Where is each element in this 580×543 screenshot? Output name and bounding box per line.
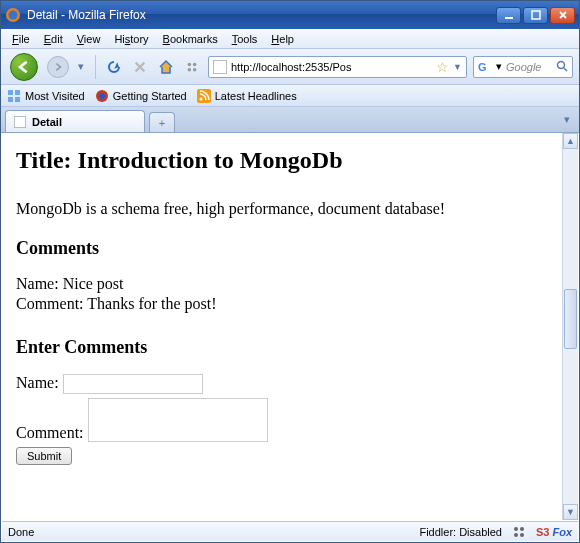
new-tab-button[interactable]: + xyxy=(149,112,175,132)
name-input[interactable] xyxy=(63,374,203,394)
close-button[interactable] xyxy=(550,7,575,24)
vertical-scrollbar[interactable]: ▲ ▼ xyxy=(562,133,578,520)
scroll-up-button[interactable]: ▲ xyxy=(563,133,578,149)
page-body: MongoDb is a schema free, high performan… xyxy=(16,200,548,218)
menu-tools[interactable]: Tools xyxy=(225,31,265,47)
tab-page-icon xyxy=(14,116,26,128)
submit-button[interactable]: Submit xyxy=(16,447,72,465)
menu-file[interactable]: File xyxy=(5,31,37,47)
svg-line-10 xyxy=(564,68,567,71)
addon-status-icon[interactable] xyxy=(512,525,526,539)
maximize-button[interactable] xyxy=(523,7,548,24)
comments-heading: Comments xyxy=(16,238,548,259)
addon-icon[interactable] xyxy=(182,57,202,77)
svg-point-7 xyxy=(193,67,197,71)
svg-point-5 xyxy=(193,62,197,66)
menu-bar: File Edit View History Bookmarks Tools H… xyxy=(1,29,579,49)
status-bar: Done Fiddler: Disabled S3Fox xyxy=(2,521,578,541)
bookmark-latest-headlines[interactable]: Latest Headlines xyxy=(197,89,297,103)
form-comment-label: Comment: xyxy=(16,424,84,442)
s3fox-fox: Fox xyxy=(552,526,572,538)
forward-button[interactable] xyxy=(47,56,69,78)
page-content: Title: Introduction to MongoDb MongoDb i… xyxy=(2,133,562,520)
window-titlebar: Detail - Mozilla Firefox xyxy=(1,1,579,29)
search-placeholder: Google xyxy=(506,61,552,73)
s3fox-s3: S3 xyxy=(536,526,549,538)
browser-viewport: Title: Introduction to MongoDb MongoDb i… xyxy=(2,133,578,520)
history-dropdown-icon[interactable]: ▾ xyxy=(75,56,87,78)
tab-list-dropdown-icon[interactable]: ▾ xyxy=(559,111,575,127)
minimize-button[interactable] xyxy=(496,7,521,24)
bookmark-most-visited[interactable]: Most Visited xyxy=(7,89,85,103)
google-icon: G xyxy=(478,60,492,74)
menu-view[interactable]: View xyxy=(70,31,108,47)
menu-help[interactable]: Help xyxy=(264,31,301,47)
comment-input[interactable] xyxy=(88,398,268,442)
getting-started-icon xyxy=(95,89,109,103)
back-button[interactable] xyxy=(7,52,41,82)
url-bar[interactable]: http://localhost:2535/Pos ☆ ▼ xyxy=(208,56,467,78)
menu-bookmarks[interactable]: Bookmarks xyxy=(156,31,225,47)
svg-rect-13 xyxy=(8,97,13,102)
svg-rect-2 xyxy=(505,17,513,19)
window-title: Detail - Mozilla Firefox xyxy=(27,8,496,22)
bookmarks-toolbar: Most Visited Getting Started Latest Head… xyxy=(1,85,579,107)
svg-point-1 xyxy=(9,11,18,20)
tab-active[interactable]: Detail xyxy=(5,110,145,132)
status-text: Done xyxy=(8,526,409,538)
reload-button[interactable] xyxy=(104,57,124,77)
s3fox-status[interactable]: S3Fox xyxy=(536,526,572,538)
svg-point-22 xyxy=(520,533,524,537)
svg-point-9 xyxy=(558,61,565,68)
svg-rect-12 xyxy=(15,90,20,95)
form-name-label: Name: xyxy=(16,374,59,392)
form-comment-row: Comment: xyxy=(16,398,548,442)
menu-history[interactable]: History xyxy=(107,31,155,47)
bookmark-label: Most Visited xyxy=(25,90,85,102)
form-heading: Enter Comments xyxy=(16,337,548,358)
comment-name-value: Nice post xyxy=(63,275,124,292)
bookmark-label: Latest Headlines xyxy=(215,90,297,102)
svg-point-19 xyxy=(514,527,518,531)
bookmark-getting-started[interactable]: Getting Started xyxy=(95,89,187,103)
page-title: Title: Introduction to MongoDb xyxy=(16,147,548,174)
comment-text-row: Comment: Thanks for the post! xyxy=(16,295,548,313)
firefox-icon xyxy=(5,7,21,23)
svg-point-16 xyxy=(99,93,105,99)
toolbar-separator xyxy=(95,55,96,79)
svg-rect-3 xyxy=(532,11,540,19)
home-button[interactable] xyxy=(156,57,176,77)
rss-icon xyxy=(197,89,211,103)
scroll-down-button[interactable]: ▼ xyxy=(563,504,578,520)
most-visited-icon xyxy=(7,89,21,103)
svg-point-21 xyxy=(514,533,518,537)
svg-point-20 xyxy=(520,527,524,531)
page-icon xyxy=(213,60,227,74)
svg-rect-14 xyxy=(15,97,20,102)
url-dropdown-icon[interactable]: ▼ xyxy=(453,62,462,72)
comment-text-label: Comment: xyxy=(16,295,84,312)
comment-name-label: Name: xyxy=(16,275,59,292)
menu-edit[interactable]: Edit xyxy=(37,31,70,47)
svg-text:G: G xyxy=(478,61,487,73)
scroll-thumb[interactable] xyxy=(564,289,577,349)
comment-text-value: Thanks for the post! xyxy=(87,295,216,312)
bookmark-label: Getting Started xyxy=(113,90,187,102)
svg-rect-11 xyxy=(8,90,13,95)
url-text: http://localhost:2535/Pos xyxy=(231,61,432,73)
scroll-track[interactable] xyxy=(563,149,578,504)
search-bar[interactable]: G ▾ Google xyxy=(473,56,573,78)
tab-label: Detail xyxy=(32,116,62,128)
form-name-row: Name: xyxy=(16,374,548,394)
navigation-toolbar: ▾ http://localhost:2535/Pos ☆ ▼ G ▾ Goog… xyxy=(1,49,579,85)
svg-point-6 xyxy=(188,67,192,71)
fiddler-status[interactable]: Fiddler: Disabled xyxy=(419,526,502,538)
svg-point-18 xyxy=(199,97,202,100)
stop-button[interactable] xyxy=(130,57,150,77)
search-engine-dropdown-icon[interactable]: ▾ xyxy=(496,60,502,73)
bookmark-star-icon[interactable]: ☆ xyxy=(436,59,449,75)
tab-strip: Detail + ▾ xyxy=(1,107,579,133)
svg-point-4 xyxy=(188,62,192,66)
comment-name-row: Name: Nice post xyxy=(16,275,548,293)
search-icon[interactable] xyxy=(556,60,568,74)
